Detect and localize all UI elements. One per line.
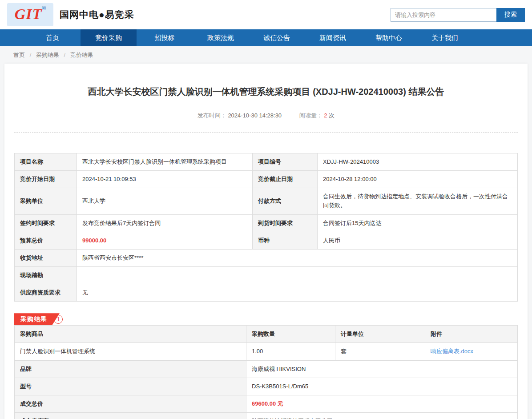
table-row: 成交总价 69600.00 元 xyxy=(15,395,518,412)
table-row: 竞价开始日期 2024-10-21 10:09:53 竞价截止日期 2024-1… xyxy=(15,171,518,188)
field-value: 人民币 xyxy=(318,232,518,249)
attachment-link[interactable]: 响应偏离表.docx xyxy=(431,348,473,355)
field-value xyxy=(77,266,518,284)
views-unit: 次 xyxy=(329,112,335,119)
field-label: 现场踏勘 xyxy=(15,266,77,284)
nav-item-tenders[interactable]: 招投标 xyxy=(137,29,193,46)
table-row: 收货地址 陕西省西安市长安区**** xyxy=(15,249,518,266)
announcement-card: 西北大学长安校区门禁人脸识别一体机管理系统采购项目 (XDJJ-HW-20241… xyxy=(4,64,528,419)
column-header: 采购数量 xyxy=(246,326,335,343)
search-button[interactable]: 搜索 xyxy=(496,8,525,22)
field-label: 品牌 xyxy=(15,360,246,378)
breadcrumb-bidding-results[interactable]: 竞价结果 xyxy=(70,52,93,58)
field-label: 型号 xyxy=(15,378,246,395)
project-info-table: 项目名称 西北大学长安校区门禁人脸识别一体机管理系统采购项目 项目编号 XDJJ… xyxy=(14,153,518,302)
nav-item-integrity-notices[interactable]: 诚信公告 xyxy=(249,29,305,46)
nav-item-home[interactable]: 首页 xyxy=(24,29,81,46)
field-label: 供应商资质要求 xyxy=(15,284,77,302)
logo-text: GIT xyxy=(15,3,42,25)
field-label: 预算总价 xyxy=(15,232,77,249)
field-value: 合同签订后15天内送达 xyxy=(318,214,518,232)
table-header-row: 采购商品 采购数量 计量单位 附件 xyxy=(15,326,518,343)
views-label: 阅读量： xyxy=(299,112,322,119)
site-title: 国网中电●易竞采 xyxy=(60,8,134,21)
item-unit: 套 xyxy=(335,343,425,360)
field-value: 海康威视 HIKVISION xyxy=(246,360,518,378)
column-header: 计量单位 xyxy=(335,326,425,343)
field-label: 收货地址 xyxy=(15,249,77,266)
column-header: 采购商品 xyxy=(15,326,246,343)
page-title: 西北大学长安校区门禁人脸识别一体机管理系统采购项目 (XDJJ-HW-20241… xyxy=(14,75,518,98)
result-banner-label: 采购结果 xyxy=(14,313,60,325)
field-value: 西北大学 xyxy=(77,188,253,214)
field-label: 项目编号 xyxy=(253,153,318,171)
dashed-divider xyxy=(14,132,518,133)
procurement-result-banner: 采购结果 1 xyxy=(14,313,518,325)
field-value: 陕西隆乾迪斯建筑工程有限公司 xyxy=(246,412,518,419)
field-value: 合同生效后，待货物到达指定地点、安装调试验收合格后，一次性付清合同货款。 xyxy=(318,188,518,214)
breadcrumb-procurement-results[interactable]: 采购结果 xyxy=(36,52,59,58)
nav-item-policies[interactable]: 政策法规 xyxy=(193,29,249,46)
field-label: 币种 xyxy=(253,232,318,249)
breadcrumb-separator: / xyxy=(30,52,32,58)
item-name: 门禁人脸识别一体机管理系统 xyxy=(15,343,246,360)
main-nav: 首页 竞价采购 招投标 政策法规 诚信公告 新闻资讯 帮助中心 关于我们 xyxy=(0,29,532,46)
search-area: 搜索 xyxy=(391,8,525,22)
field-label: 成交总价 xyxy=(15,395,246,412)
breadcrumb-separator: / xyxy=(64,52,66,58)
publish-time: 2024-10-30 14:28:30 xyxy=(228,112,282,119)
field-value: 无 xyxy=(77,284,518,302)
field-label: 项目名称 xyxy=(15,153,77,171)
table-row: 供应商资质要求 无 xyxy=(15,284,518,302)
field-value: 陕西省西安市长安区**** xyxy=(77,249,518,266)
table-row: 成交供应商 陕西隆乾迪斯建筑工程有限公司 xyxy=(15,412,518,419)
table-row: 签约时间要求 发布竞价结果后7天内签订合同 到货时间要求 合同签订后15天内送达 xyxy=(15,214,518,232)
field-label: 签约时间要求 xyxy=(15,214,77,232)
top-header: GIT ® 国网中电●易竞采 搜索 xyxy=(0,0,532,29)
table-row: 现场踏勘 xyxy=(15,266,518,284)
nav-item-bidding-procurement[interactable]: 竞价采购 xyxy=(81,29,137,46)
field-value: DS-K3B501S-L/Dm65 xyxy=(246,378,518,395)
table-row: 门禁人脸识别一体机管理系统 1.00 套 响应偏离表.docx xyxy=(15,343,518,360)
article-meta: 发布时间： 2024-10-30 14:28:30 阅读量： 2 次 xyxy=(14,112,518,120)
field-label: 成交供应商 xyxy=(15,412,246,419)
breadcrumb: 首页 / 采购结果 / 竞价结果 xyxy=(0,46,532,64)
table-row: 采购单位 西北大学 付款方式 合同生效后，待货物到达指定地点、安装调试验收合格后… xyxy=(15,188,518,214)
column-header: 附件 xyxy=(425,326,518,343)
field-value: 发布竞价结果后7天内签订合同 xyxy=(77,214,253,232)
item-quantity: 1.00 xyxy=(246,343,335,360)
procurement-result-table: 采购商品 采购数量 计量单位 附件 门禁人脸识别一体机管理系统 1.00 套 响… xyxy=(14,325,518,419)
budget-total-price: 99000.00 xyxy=(77,232,253,249)
table-row: 项目名称 西北大学长安校区门禁人脸识别一体机管理系统采购项目 项目编号 XDJJ… xyxy=(15,153,518,171)
field-value: 2024-10-28 12:00:00 xyxy=(318,171,518,188)
publish-time-label: 发布时间： xyxy=(197,112,226,119)
field-label: 采购单位 xyxy=(15,188,77,214)
nav-item-about-us[interactable]: 关于我们 xyxy=(417,29,473,46)
field-label: 竞价开始日期 xyxy=(15,171,77,188)
views-count: 2 xyxy=(324,112,327,119)
deal-total-price: 69600.00 元 xyxy=(246,395,518,412)
registered-mark-icon: ® xyxy=(42,5,46,12)
nav-item-news[interactable]: 新闻资讯 xyxy=(305,29,361,46)
field-value: 西北大学长安校区门禁人脸识别一体机管理系统采购项目 xyxy=(77,153,253,171)
field-value: 2024-10-21 10:09:53 xyxy=(77,171,253,188)
nav-item-help-center[interactable]: 帮助中心 xyxy=(361,29,417,46)
field-label: 竞价截止日期 xyxy=(253,171,318,188)
table-row: 预算总价 99000.00 币种 人民币 xyxy=(15,232,518,249)
breadcrumb-home[interactable]: 首页 xyxy=(13,52,25,58)
table-row: 型号 DS-K3B501S-L/Dm65 xyxy=(15,378,518,395)
field-label: 付款方式 xyxy=(253,188,318,214)
search-input[interactable] xyxy=(391,8,496,22)
site-logo: GIT ® xyxy=(7,3,53,26)
field-label: 到货时间要求 xyxy=(253,214,318,232)
table-row: 品牌 海康威视 HIKVISION xyxy=(15,360,518,378)
field-value: XDJJ-HW-202410003 xyxy=(318,153,518,171)
item-attachment-cell: 响应偏离表.docx xyxy=(425,343,518,360)
